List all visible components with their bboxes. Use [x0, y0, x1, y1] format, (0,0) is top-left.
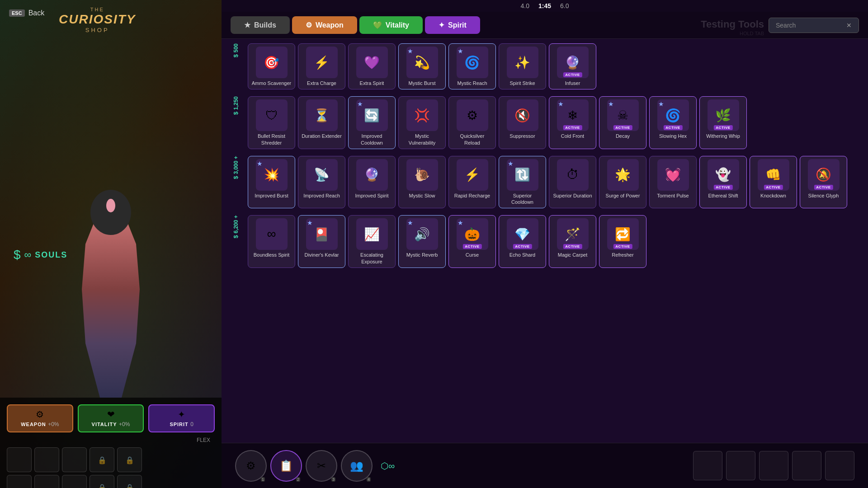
item-card-improved-burst[interactable]: 💥★Improved Burst [248, 156, 295, 209]
item-card-mystic-vulnerability[interactable]: 💢Mystic Vulnerability [398, 96, 446, 149]
right-slots [693, 451, 854, 480]
slot-8[interactable] [62, 475, 87, 488]
item-card-silence-glyph[interactable]: 🔕ACTIVESilence Glyph [800, 156, 847, 209]
item-icon-ammo-scavenger: 🎯 [256, 47, 288, 78]
item-card-echo-shard[interactable]: 💎ACTIVEEcho Shard [499, 215, 546, 268]
ability-bar: ⚙1📋2✂3👥4⬡∞ [222, 443, 868, 488]
right-slot-1[interactable] [693, 451, 722, 480]
item-card-mystic-reach[interactable]: 🌀★Mystic Reach [448, 43, 496, 89]
item-name-bullet-resist-shredder: Bullet Resist Shredder [251, 133, 292, 146]
item-card-mystic-slow[interactable]: 🐌Mystic Slow [398, 156, 446, 209]
item-card-quicksilver-reload[interactable]: ⚙Quicksilver Reload [448, 96, 496, 149]
item-card-boundless-spirit[interactable]: ∞Boundless Spirit [248, 215, 295, 268]
item-card-mystic-burst[interactable]: 💫★Mystic Burst [398, 43, 446, 89]
slot-3[interactable] [62, 447, 87, 472]
search-box[interactable]: Search ✕ [769, 18, 859, 33]
item-icon-infuser: 🔮ACTIVE [557, 47, 589, 78]
ability-num-ability-4: 4 [367, 477, 371, 482]
item-card-improved-cooldown[interactable]: 🔄★Improved Cooldown [348, 96, 396, 149]
spirit-tab-val: 0 [190, 421, 193, 427]
right-slot-2[interactable] [726, 451, 755, 480]
item-name-cold-front: Cold Front [561, 133, 584, 139]
ability-num-ability-1: 1 [261, 477, 265, 482]
tab-builds[interactable]: ★ Builds [231, 16, 290, 34]
tab-weapon[interactable]: ⚙ Weapon [292, 16, 357, 34]
right-slot-4[interactable] [792, 451, 821, 480]
character-display [47, 172, 174, 398]
slot-6[interactable] [7, 475, 32, 488]
star-badge-curse: ★ [458, 219, 463, 226]
grid-area: $500🎯Ammo Scavenger⚡Extra Charge💜Extra S… [222, 39, 868, 443]
souls-label: SOULS [35, 250, 67, 260]
item-name-mystic-burst: Mystic Burst [409, 80, 436, 86]
tier-label-500: $500 [232, 43, 239, 57]
item-icon-superior-cooldown: 🔃★ [507, 159, 538, 191]
spirit-tab-label: SPIRIT [170, 422, 188, 427]
item-card-knockdown[interactable]: 👊ACTIVEKnockdown [750, 156, 797, 209]
item-card-improved-spirit[interactable]: 🔮Improved Spirit [348, 156, 396, 209]
tier-section-3000: $3,000 +💥★Improved Burst📡Improved Reach🔮… [231, 151, 859, 209]
spirit-stat-tab[interactable]: ✦ SPIRIT 0 [148, 404, 215, 432]
item-card-cold-front[interactable]: ❄ACTIVE★Cold Front [549, 96, 596, 149]
item-card-superior-duration[interactable]: ⏱Superior Duration [549, 156, 596, 209]
item-card-decay[interactable]: ☠ACTIVE★Decay [599, 96, 646, 149]
star-badge-improved-cooldown: ★ [357, 100, 363, 108]
tab-spirit[interactable]: ✦ Spirit [425, 16, 480, 34]
item-card-suppressor[interactable]: 🔇Suppressor [499, 96, 546, 149]
builds-label: Builds [254, 21, 276, 29]
item-card-superior-cooldown[interactable]: 🔃★Superior Cooldown [499, 156, 546, 209]
item-card-refresher[interactable]: 🔁ACTIVERefresher [599, 215, 646, 268]
weapon-nav-label: Weapon [316, 21, 344, 29]
item-card-torment-pulse[interactable]: 💓Torment Pulse [649, 156, 697, 209]
search-close-icon[interactable]: ✕ [846, 22, 852, 29]
active-badge-refresher: ACTIVE [613, 244, 632, 249]
vitality-stat-tab[interactable]: ❤ VITALITY +0% [78, 404, 144, 432]
item-card-extra-charge[interactable]: ⚡Extra Charge [298, 43, 345, 89]
item-card-infuser[interactable]: 🔮ACTIVEInfuser [549, 43, 596, 89]
item-name-superior-cooldown: Superior Cooldown [502, 192, 543, 206]
stat-tabs: ⚙ WEAPON +0% ❤ VITALITY +0% ✦ SPIRIT 0 [7, 404, 215, 432]
item-card-slowing-hex[interactable]: 🌀ACTIVE★Slowing Hex [649, 96, 697, 149]
slot-1[interactable] [7, 447, 32, 472]
item-card-spirit-strike[interactable]: ✨Spirit Strike [499, 43, 546, 89]
item-name-mystic-reverb: Mystic Reverb [406, 252, 438, 258]
right-slot-3[interactable] [759, 451, 788, 480]
slot-7[interactable] [34, 475, 59, 488]
ability-slot-ability-4[interactable]: 👥4 [341, 450, 373, 482]
slot-2[interactable] [34, 447, 59, 472]
item-card-diviners-kevlar[interactable]: 🎴★Diviner's Kevlar [298, 215, 345, 268]
active-badge-cold-front: ACTIVE [563, 125, 582, 130]
spirit-nav-icon: ✦ [439, 21, 444, 29]
item-card-rapid-recharge[interactable]: ⚡Rapid Recharge [448, 156, 496, 209]
item-card-withering-whip[interactable]: 🌿ACTIVEWithering Whip [699, 96, 747, 149]
ability-slot-ability-1[interactable]: ⚙1 [235, 450, 267, 482]
item-name-suppressor: Suppressor [509, 133, 535, 139]
star-badge-diviners-kevlar: ★ [307, 219, 313, 226]
right-slot-5[interactable] [825, 451, 854, 480]
tab-vitality[interactable]: 💚 Vitality [359, 16, 423, 34]
item-card-extra-spirit[interactable]: 💜Extra Spirit [348, 43, 396, 89]
ability-slot-ability-3[interactable]: ✂3 [306, 450, 337, 482]
item-card-ammo-scavenger[interactable]: 🎯Ammo Scavenger [248, 43, 295, 89]
item-card-magic-carpet[interactable]: 🪄ACTIVEMagic Carpet [549, 215, 596, 268]
item-card-duration-extender[interactable]: ⏳Duration Extender [298, 96, 345, 149]
testing-tools-label: Testing Tools [701, 19, 764, 30]
vitality-icon: ❤ [81, 409, 141, 420]
weapon-icon: ⚙ [10, 409, 70, 420]
item-card-improved-reach[interactable]: 📡Improved Reach [298, 156, 345, 209]
weapon-stat-tab[interactable]: ⚙ WEAPON +0% [7, 404, 73, 432]
item-card-bullet-resist-shredder[interactable]: 🛡Bullet Resist Shredder [248, 96, 295, 149]
active-badge-knockdown: ACTIVE [764, 185, 783, 190]
item-card-escalating-exposure[interactable]: 📈Escalating Exposure [348, 215, 396, 268]
item-icon-surge-of-power: 🌟 [607, 159, 639, 191]
item-name-mystic-reach: Mystic Reach [457, 80, 487, 86]
item-card-ethereal-shift[interactable]: 👻ACTIVEEthereal Shift [699, 156, 747, 209]
souls-display: $ ∞ SOULS [14, 248, 67, 262]
flex-label: FLEX [197, 437, 215, 443]
item-card-surge-of-power[interactable]: 🌟Surge of Power [599, 156, 646, 209]
ability-slot-ability-2[interactable]: 📋2 [270, 450, 302, 482]
item-card-mystic-reverb[interactable]: 🔊★Mystic Reverb [398, 215, 446, 268]
active-badge-curse: ACTIVE [462, 244, 481, 249]
back-button[interactable]: ESC Back [9, 9, 44, 17]
item-card-curse[interactable]: 🎃ACTIVE★Curse [448, 215, 496, 268]
